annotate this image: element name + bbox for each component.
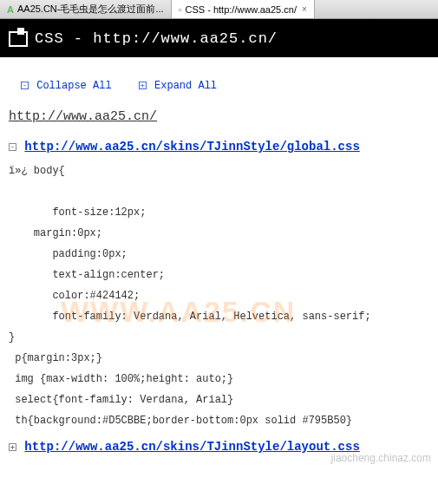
tab-label: CSS - http://www.aa25.cn/ (186, 4, 297, 15)
tab-label: AA25.CN-毛毛虫是怎么渡过面前... (17, 3, 164, 16)
footer-watermark: jiaocheng.chinaz.com (331, 452, 431, 464)
collapse-all-button[interactable]: - Collapse All (21, 80, 118, 92)
minus-icon: - (21, 82, 29, 89)
page-url-link[interactable]: http://www.aa25.cn/ (9, 109, 429, 124)
plus-icon: + (139, 82, 147, 89)
expand-all-button[interactable]: + Expand All (139, 80, 217, 92)
window-title: CSS - http://www.aa25.cn/ (35, 30, 278, 47)
stylesheet-link-global[interactable]: http://www.aa25.cn/skins/TJinnStyle/glob… (24, 140, 359, 154)
content-area: WWW.AA25.CN - Collapse All + Expand All … (0, 57, 438, 466)
css-window-icon (7, 28, 28, 49)
css-code-block: ï»¿ body{ font-size:12px; margin:0px; pa… (9, 160, 429, 431)
site-icon: A (7, 4, 14, 15)
doc-icon: ▫ (179, 4, 182, 15)
collapse-icon[interactable]: - (9, 143, 16, 151)
tab-aa25[interactable]: A AA25.CN-毛毛虫是怎么渡过面前... (0, 0, 172, 18)
css-section-global: - http://www.aa25.cn/skins/TJinnStyle/gl… (9, 140, 429, 431)
expand-label: Expand All (154, 80, 217, 92)
window-header: CSS - http://www.aa25.cn/ (0, 19, 438, 57)
close-icon[interactable]: × (302, 4, 307, 14)
collapse-label: Collapse All (36, 80, 111, 92)
control-bar: - Collapse All + Expand All (21, 79, 429, 92)
tab-bar: A AA25.CN-毛毛虫是怎么渡过面前... ▫ CSS - http://w… (0, 0, 438, 19)
stylesheet-link-layout[interactable]: http://www.aa25.cn/skins/TJinnStyle/layo… (24, 440, 359, 454)
css-section-layout: + http://www.aa25.cn/skins/TJinnStyle/la… (9, 440, 429, 454)
tab-css[interactable]: ▫ CSS - http://www.aa25.cn/ × (172, 0, 315, 18)
expand-icon[interactable]: + (9, 443, 16, 451)
